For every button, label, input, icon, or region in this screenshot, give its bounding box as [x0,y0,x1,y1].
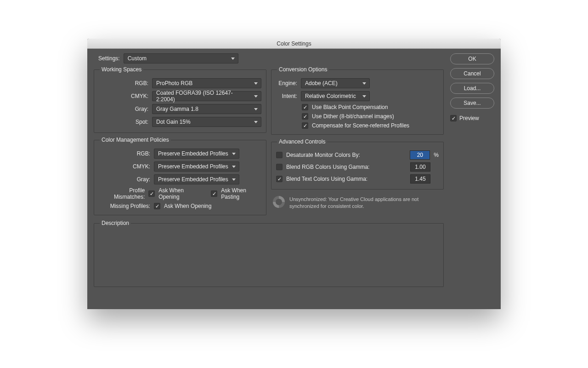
blend-rgb-checkbox[interactable] [276,164,283,170]
pol-gray-label: Gray: [99,176,150,183]
description-legend: Description [100,220,131,226]
ws-rgb-label: RGB: [99,80,148,86]
desat-checkbox[interactable] [276,152,283,158]
mismatch-paste-label[interactable]: Ask When Pasting [221,187,261,200]
bpc-checkbox[interactable] [302,104,308,110]
policies-legend: Color Management Policies [100,137,171,143]
ok-button[interactable]: OK [450,53,494,64]
advanced-group: Advanced Controls Desaturate Monitor Col… [271,138,444,190]
advanced-legend: Advanced Controls [277,138,327,145]
ws-gray-label: Gray: [99,106,148,112]
mismatch-open-checkbox[interactable] [148,190,155,197]
preview-checkbox[interactable] [450,115,457,121]
missing-label: Missing Profiles: [99,203,150,209]
blend-text-input[interactable] [410,174,430,184]
ws-rgb-dropdown[interactable]: ProPhoto RGB [152,78,261,88]
desat-label[interactable]: Desaturate Monitor Colors By: [286,152,406,158]
pol-rgb-label: RGB: [99,150,150,157]
blend-text-checkbox[interactable] [276,176,283,182]
mismatch-paste-checkbox[interactable] [211,190,217,197]
mismatch-label: Profile Mismatches: [99,187,145,200]
pol-gray-dropdown[interactable]: Preserve Embedded Profiles [154,174,239,184]
engine-dropdown[interactable]: Adobe (ACE) [301,78,370,88]
color-settings-dialog: Color Settings Settings: Custom Working … [87,39,501,309]
ws-spot-label: Spot: [99,119,148,125]
blend-rgb-label[interactable]: Blend RGB Colors Using Gamma: [286,164,407,170]
ws-gray-dropdown[interactable]: Gray Gamma 1.8 [152,104,261,114]
sync-status: Unsynchronized: Your Creative Cloud appl… [271,193,444,210]
scene-checkbox[interactable] [302,122,308,129]
pol-cmyk-dropdown[interactable]: Preserve Embedded Profiles [154,161,239,172]
desat-input[interactable] [410,150,430,160]
intent-label: Intent: [276,93,297,99]
sync-text: Unsynchronized: Your Creative Cloud appl… [289,196,442,210]
conversion-group: Conversion Options Engine:Adobe (ACE) In… [271,66,444,135]
cancel-button[interactable]: Cancel [450,68,494,79]
conversion-legend: Conversion Options [277,66,329,73]
blend-rgb-input[interactable] [410,162,430,172]
missing-open-label[interactable]: Ask When Opening [164,203,211,209]
save-button[interactable]: Save... [450,98,494,109]
ws-cmyk-dropdown[interactable]: Coated FOGRA39 (ISO 12647-2:2004) [152,91,261,101]
load-button[interactable]: Load... [450,83,494,94]
sync-icon [273,196,285,208]
missing-open-checkbox[interactable] [154,203,160,209]
dither-label[interactable]: Use Dither (8-bit/channel images) [312,113,394,120]
scene-label[interactable]: Compensate for Scene-referred Profiles [312,122,409,129]
mismatch-open-label[interactable]: Ask When Opening [158,187,201,200]
intent-dropdown[interactable]: Relative Colorimetric [301,91,370,101]
pol-rgb-dropdown[interactable]: Preserve Embedded Profiles [154,149,239,159]
blend-text-label[interactable]: Blend Text Colors Using Gamma: [286,176,407,182]
desat-unit: % [434,152,439,158]
dialog-title: Color Settings [87,39,501,49]
settings-dropdown[interactable]: Custom [124,53,238,63]
working-spaces-legend: Working Spaces [100,66,143,73]
settings-label: Settings: [98,55,120,62]
bpc-label[interactable]: Use Black Point Compensation [312,104,388,110]
engine-label: Engine: [276,80,297,86]
policies-group: Color Management Policies RGB:Preserve E… [94,137,266,215]
dither-checkbox[interactable] [302,113,308,120]
pol-cmyk-label: CMYK: [99,163,150,170]
working-spaces-group: Working Spaces RGB:ProPhoto RGB CMYK:Coa… [94,66,266,133]
preview-label[interactable]: Preview [459,115,479,121]
description-group: Description [94,220,444,287]
ws-cmyk-label: CMYK: [99,93,148,99]
ws-spot-dropdown[interactable]: Dot Gain 15% [152,117,261,127]
